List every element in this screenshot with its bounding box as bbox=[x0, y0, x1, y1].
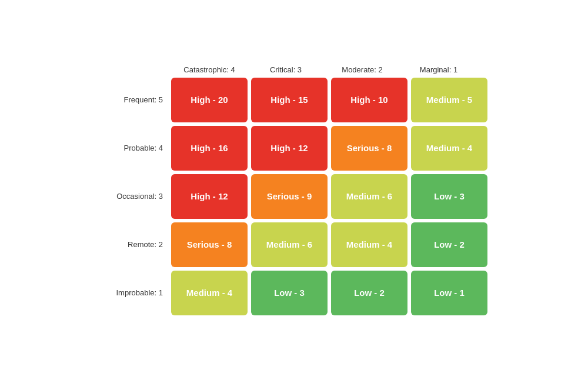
grid-container: Catastrophic: 4Critical: 3Moderate: 2Mar… bbox=[106, 65, 487, 319]
col-header-0: Catastrophic: 4 bbox=[171, 65, 248, 74]
grid-row-1: Probable: 4High - 16High - 12Serious - 8… bbox=[106, 126, 487, 171]
grid-row-4: Improbable: 1Medium - 4Low - 3Low - 2Low… bbox=[106, 271, 487, 315]
cell-4-0: Medium - 4 bbox=[171, 271, 248, 315]
cell-1-1: High - 12 bbox=[251, 126, 328, 171]
cell-0-1: High - 15 bbox=[251, 78, 328, 122]
cell-1-0: High - 16 bbox=[171, 126, 248, 171]
cell-0-0: High - 20 bbox=[171, 78, 248, 122]
cell-2-3: Low - 3 bbox=[411, 174, 487, 219]
chart-wrapper: Catastrophic: 4Critical: 3Moderate: 2Mar… bbox=[101, 55, 487, 319]
cell-4-1: Low - 3 bbox=[251, 271, 328, 315]
cell-1-3: Medium - 4 bbox=[411, 126, 487, 171]
grid-row-2: Occasional: 3High - 12Serious - 9Medium … bbox=[106, 174, 487, 219]
cell-0-3: Medium - 5 bbox=[411, 78, 487, 122]
row-label-0: Frequent: 5 bbox=[106, 95, 171, 104]
col-header-2: Moderate: 2 bbox=[324, 65, 400, 74]
cell-3-1: Medium - 6 bbox=[251, 222, 328, 267]
row-label-2: Occasional: 3 bbox=[106, 192, 171, 201]
cell-1-2: Serious - 8 bbox=[331, 126, 407, 171]
row-label-3: Remote: 2 bbox=[106, 240, 171, 249]
cell-2-0: High - 12 bbox=[171, 174, 248, 219]
row-label-1: Probable: 4 bbox=[106, 144, 171, 152]
cell-0-2: High - 10 bbox=[331, 78, 407, 122]
col-header-1: Critical: 3 bbox=[248, 65, 324, 74]
col-headers: Catastrophic: 4Critical: 3Moderate: 2Mar… bbox=[171, 65, 487, 74]
grid-row-3: Remote: 2Serious - 8Medium - 6Medium - 4… bbox=[106, 222, 487, 267]
cell-2-2: Medium - 6 bbox=[331, 174, 407, 219]
cell-4-2: Low - 2 bbox=[331, 271, 407, 315]
cell-3-0: Serious - 8 bbox=[171, 222, 248, 267]
cell-3-3: Low - 2 bbox=[411, 222, 487, 267]
grid-rows: Frequent: 5High - 20High - 15High - 10Me… bbox=[106, 78, 487, 319]
col-header-3: Marginal: 1 bbox=[400, 65, 477, 74]
cell-4-3: Low - 1 bbox=[411, 271, 487, 315]
chart-area: Catastrophic: 4Critical: 3Moderate: 2Mar… bbox=[101, 65, 487, 319]
cell-3-2: Medium - 4 bbox=[331, 222, 407, 267]
cell-2-1: Serious - 9 bbox=[251, 174, 328, 219]
row-label-4: Improbable: 1 bbox=[106, 288, 171, 297]
grid-row-0: Frequent: 5High - 20High - 15High - 10Me… bbox=[106, 78, 487, 122]
